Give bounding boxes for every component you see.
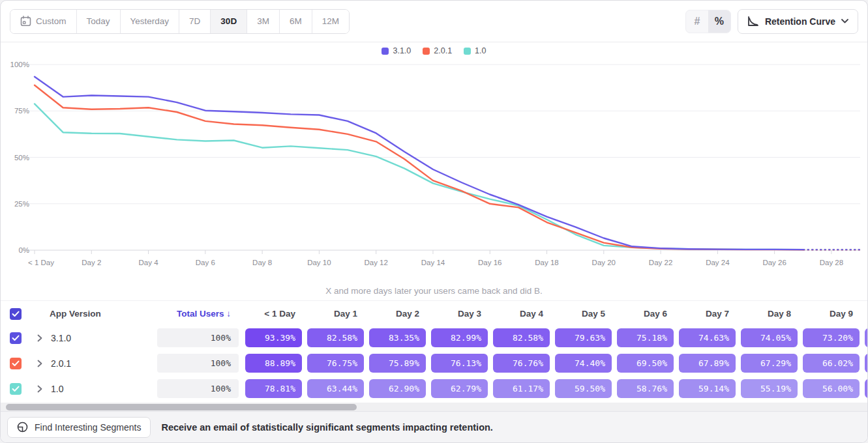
date-range-label: Today (87, 16, 110, 26)
day-column-header[interactable]: Day 8 (741, 309, 803, 319)
absolute-numbers-toggle[interactable]: # (686, 10, 708, 33)
date-range-button-yesterday[interactable]: Yesterday (121, 10, 180, 33)
retention-value-cell[interactable] (865, 328, 868, 347)
retention-value-cell[interactable]: 69.50% (617, 354, 674, 373)
date-range-button-today[interactable]: Today (77, 10, 121, 33)
segments-icon (17, 422, 28, 433)
chart-section: 3.1.02.0.11.0 0%25%50%75%100%< 1 DayDay … (1, 42, 867, 298)
retention-value-cell[interactable]: 63.44% (307, 379, 364, 398)
x-axis-tick-label: Day 10 (307, 259, 331, 266)
date-range-label: Yesterday (130, 16, 170, 26)
retention-value-cell[interactable]: 62.79% (431, 379, 488, 398)
retention-value-cell[interactable]: 74.05% (741, 328, 798, 347)
retention-value-cell[interactable]: 59.50% (555, 379, 612, 398)
retention-value-cell[interactable]: 76.75% (307, 354, 364, 373)
day-column-header[interactable]: Day 6 (617, 309, 679, 319)
x-axis-tick-label: Day 26 (762, 259, 786, 266)
version-cell: 2.0.1 (1, 358, 157, 369)
retention-value-cell[interactable]: 66.02% (803, 354, 860, 373)
date-range-button-custom[interactable]: Custom (10, 10, 77, 33)
retention-value-cell[interactable]: 59.14% (679, 379, 736, 398)
date-range-label: 3M (257, 16, 269, 26)
legend-swatch (464, 48, 471, 55)
retention-value-cell[interactable]: 83.35% (369, 328, 426, 347)
retention-value-cell[interactable]: 75.18% (617, 328, 674, 347)
retention-value-cell[interactable]: 82.58% (493, 328, 550, 347)
date-range-button-7d[interactable]: 7D (179, 10, 211, 33)
retention-value-cell[interactable]: 74.40% (555, 354, 612, 373)
retention-value-cell[interactable]: 74.63% (679, 328, 736, 347)
date-range-group: CustomTodayYesterday7D30D3M6M12M (10, 9, 350, 34)
retention-line-2.0.1 (35, 85, 803, 250)
toolbar: CustomTodayYesterday7D30D3M6M12M #% Rete… (1, 1, 867, 42)
expand-chevron-icon[interactable] (37, 360, 42, 367)
view-selector-label: Retention Curve (765, 16, 835, 27)
day-column-header[interactable]: Day 7 (679, 309, 741, 319)
percentage-toggle[interactable]: % (708, 10, 730, 33)
row-checkbox-3.1.0[interactable] (10, 332, 22, 344)
horizontal-scrollbar (1, 403, 867, 411)
day-column-header[interactable]: < 1 Day (245, 309, 307, 319)
y-axis-tick-label: 75% (14, 107, 29, 115)
expand-chevron-icon[interactable] (37, 385, 42, 393)
x-axis-tick-label: Day 2 (82, 259, 101, 266)
retention-value-cell[interactable] (865, 379, 868, 398)
version-label: 3.1.0 (51, 333, 71, 343)
table-row-2.0.1: 2.0.1100%88.89%76.75%75.89%76.13%76.76%7… (1, 352, 867, 375)
horizontal-scrollbar-thumb[interactable] (6, 404, 357, 410)
day-column-header[interactable]: Day 3 (431, 309, 493, 319)
legend-item-2.0.1[interactable]: 2.0.1 (423, 46, 452, 55)
retention-value-cell[interactable]: 62.90% (369, 379, 426, 398)
chart-subtitle: X and more days later your users came ba… (1, 279, 867, 296)
retention-value-cell[interactable]: 88.89% (245, 354, 302, 373)
date-range-button-30d[interactable]: 30D (211, 10, 247, 33)
retention-value-cell[interactable]: 79.63% (555, 328, 612, 347)
find-interesting-segments-button[interactable]: Find Interesting Segments (7, 417, 151, 438)
y-axis-tick-label: 25% (14, 200, 29, 208)
retention-value-cell[interactable]: 75.89% (369, 354, 426, 373)
retention-value-cell[interactable]: 61.17% (493, 379, 550, 398)
x-axis-tick-label: Day 20 (592, 259, 616, 266)
footer-bar: Find Interesting Segments Receive an ema… (1, 411, 867, 442)
total-users-cell: 100% (157, 354, 239, 373)
retention-value-cell[interactable]: 82.58% (307, 328, 364, 347)
date-range-button-12m[interactable]: 12M (312, 10, 349, 33)
date-range-button-3m[interactable]: 3M (247, 10, 280, 33)
expand-chevron-icon[interactable] (37, 334, 42, 342)
day-column-header[interactable]: Day 5 (555, 309, 617, 319)
legend-item-1.0[interactable]: 1.0 (464, 46, 486, 55)
retention-value-cell[interactable]: 78.81% (245, 379, 302, 398)
retention-value-cell[interactable]: 76.76% (493, 354, 550, 373)
retention-curve-icon (747, 16, 759, 27)
day-column-header[interactable]: Day 1 (307, 309, 369, 319)
view-selector-dropdown[interactable]: Retention Curve (738, 9, 858, 34)
version-cell: 1.0 (1, 383, 157, 395)
retention-value-cell[interactable]: 67.89% (679, 354, 736, 373)
retention-value-cell[interactable]: 82.99% (431, 328, 488, 347)
legend-item-3.1.0[interactable]: 3.1.0 (382, 46, 411, 55)
version-label: 1.0 (51, 384, 63, 394)
table-header-row: App Version Total Users ↓ < 1 DayDay 1Da… (1, 300, 867, 326)
select-all-checkbox[interactable] (10, 308, 22, 320)
retention-value-cell[interactable]: 56.00% (803, 379, 860, 398)
retention-value-cell[interactable]: 55.19% (741, 379, 798, 398)
total-users-cell: 100% (157, 379, 239, 398)
x-axis-tick-label: Day 22 (649, 259, 672, 266)
date-range-button-6m[interactable]: 6M (280, 10, 312, 33)
retention-value-cell[interactable] (865, 354, 868, 373)
x-axis-tick-label: Day 24 (706, 259, 730, 266)
day-column-header[interactable]: Day 2 (369, 309, 431, 319)
retention-value-cell[interactable]: 73.20% (803, 328, 860, 347)
x-axis-tick-label: < 1 Day (28, 259, 54, 266)
retention-value-cell[interactable]: 58.76% (617, 379, 674, 398)
day-column-header[interactable]: Day 9 (803, 309, 865, 319)
row-checkbox-2.0.1[interactable] (10, 358, 22, 369)
retention-value-cell[interactable]: 76.13% (431, 354, 488, 373)
day-column-header[interactable]: Day 4 (493, 309, 555, 319)
x-axis-tick-label: Day 6 (196, 259, 215, 266)
row-checkbox-1.0[interactable] (10, 383, 22, 395)
retention-value-cell[interactable]: 93.39% (245, 328, 302, 347)
legend-label: 1.0 (475, 46, 486, 55)
retention-value-cell[interactable]: 67.29% (741, 354, 798, 373)
total-users-header[interactable]: Total Users ↓ (157, 309, 245, 319)
